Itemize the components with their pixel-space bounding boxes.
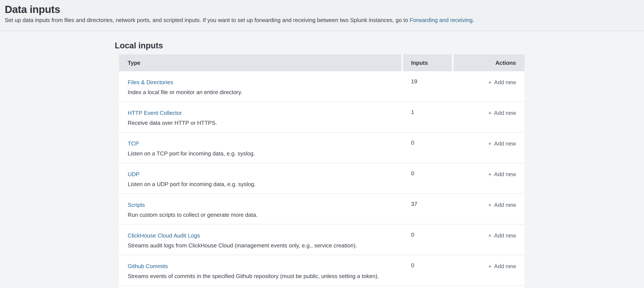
column-header-actions: Actions: [453, 54, 524, 71]
partial-next-row: [119, 286, 524, 288]
page-scale-wrapper: Data inputs Set up data inputs from file…: [0, 0, 644, 288]
input-type-description: Listen on a TCP port for incoming data, …: [128, 150, 403, 157]
subtitle-text: Set up data inputs from files and direct…: [5, 17, 410, 23]
page-title: Data inputs: [5, 3, 637, 16]
table-body: Files & Directories Index a local file o…: [119, 71, 524, 286]
input-type-description: Index a local file or monitor an entire …: [128, 89, 403, 95]
add-new-label: Add new: [494, 110, 516, 116]
input-type-link[interactable]: HTTP Event Collector: [128, 110, 182, 116]
type-cell: Files & Directories Index a local file o…: [119, 78, 403, 102]
inputs-count: 0: [403, 231, 453, 255]
page-subtitle: Set up data inputs from files and direct…: [5, 17, 637, 24]
actions-cell: +Add new: [453, 262, 524, 285]
table-row: UDP Listen on a UDP port for incoming da…: [119, 163, 524, 194]
input-type-description: Receive data over HTTP or HTTPS.: [128, 120, 403, 126]
add-new-link[interactable]: +Add new: [488, 232, 516, 239]
actions-cell: +Add new: [453, 201, 524, 224]
actions-cell: +Add new: [453, 109, 524, 132]
input-type-description: Run custom scripts to collect or generat…: [128, 212, 403, 218]
column-header-type[interactable]: Type: [119, 54, 402, 71]
inputs-count: 0: [403, 139, 453, 163]
actions-cell: +Add new: [453, 231, 524, 255]
input-type-link[interactable]: UDP: [128, 171, 140, 177]
input-type-description: Streams events of commits in the specifi…: [128, 273, 403, 279]
plus-icon: +: [488, 171, 492, 177]
inputs-count: 1: [403, 109, 453, 132]
input-type-link[interactable]: Github Commits: [128, 263, 168, 269]
type-cell: UDP Listen on a UDP port for incoming da…: [119, 170, 403, 193]
plus-icon: +: [488, 263, 492, 269]
actions-cell: +Add new: [453, 139, 524, 163]
table-row: ClickHouse Cloud Audit Logs Streams audi…: [119, 224, 524, 255]
type-cell: ClickHouse Cloud Audit Logs Streams audi…: [119, 231, 403, 255]
add-new-label: Add new: [494, 263, 516, 269]
add-new-label: Add new: [494, 140, 516, 147]
input-type-link[interactable]: TCP: [128, 140, 139, 147]
local-inputs-table: Type Inputs Actions Files & Directories …: [119, 54, 524, 288]
actions-cell: +Add new: [453, 170, 524, 193]
subtitle-period: .: [472, 17, 474, 23]
type-cell: HTTP Event Collector Receive data over H…: [119, 109, 403, 132]
table-row: TCP Listen on a TCP port for incoming da…: [119, 133, 524, 163]
add-new-label: Add new: [494, 79, 516, 86]
table-header-row: Type Inputs Actions: [119, 54, 524, 71]
inputs-count: 37: [403, 201, 453, 224]
table-row: Github Commits Streams events of commits…: [119, 255, 524, 286]
table-row: Files & Directories Index a local file o…: [119, 71, 524, 102]
input-type-description: Streams audit logs from ClickHouse Cloud…: [128, 242, 403, 249]
input-type-link[interactable]: Scripts: [128, 202, 145, 208]
type-cell: Github Commits Streams events of commits…: [119, 262, 403, 285]
add-new-link[interactable]: +Add new: [488, 171, 516, 177]
actions-cell: +Add new: [453, 78, 524, 102]
type-cell: TCP Listen on a TCP port for incoming da…: [119, 139, 403, 163]
plus-icon: +: [488, 79, 492, 86]
add-new-link[interactable]: +Add new: [488, 110, 516, 116]
plus-icon: +: [488, 202, 492, 208]
table-row: HTTP Event Collector Receive data over H…: [119, 102, 524, 133]
add-new-link[interactable]: +Add new: [488, 140, 516, 147]
inputs-count: 0: [403, 170, 453, 193]
add-new-link[interactable]: +Add new: [488, 79, 516, 86]
inputs-count: 19: [403, 78, 453, 102]
data-inputs-page: Data inputs Set up data inputs from file…: [0, 0, 644, 288]
content-area: Local inputs Type Inputs Actions Files &…: [0, 31, 644, 288]
table-row: Scripts Run custom scripts to collect or…: [119, 194, 524, 224]
forwarding-and-receiving-link[interactable]: Forwarding and receiving: [410, 17, 472, 23]
add-new-link[interactable]: +Add new: [488, 263, 516, 269]
column-header-inputs[interactable]: Inputs: [403, 54, 452, 71]
section-heading-local-inputs: Local inputs: [115, 41, 644, 51]
add-new-label: Add new: [494, 171, 516, 177]
page-header: Data inputs Set up data inputs from file…: [0, 0, 644, 31]
inputs-count: 0: [403, 262, 453, 285]
plus-icon: +: [488, 110, 492, 116]
input-type-link[interactable]: ClickHouse Cloud Audit Logs: [128, 232, 200, 239]
input-type-link[interactable]: Files & Directories: [128, 79, 173, 86]
add-new-label: Add new: [494, 202, 516, 208]
add-new-link[interactable]: +Add new: [488, 202, 516, 208]
plus-icon: +: [488, 140, 492, 147]
type-cell: Scripts Run custom scripts to collect or…: [119, 201, 403, 224]
input-type-description: Listen on a UDP port for incoming data, …: [128, 181, 403, 187]
add-new-label: Add new: [494, 232, 516, 239]
plus-icon: +: [488, 232, 492, 239]
